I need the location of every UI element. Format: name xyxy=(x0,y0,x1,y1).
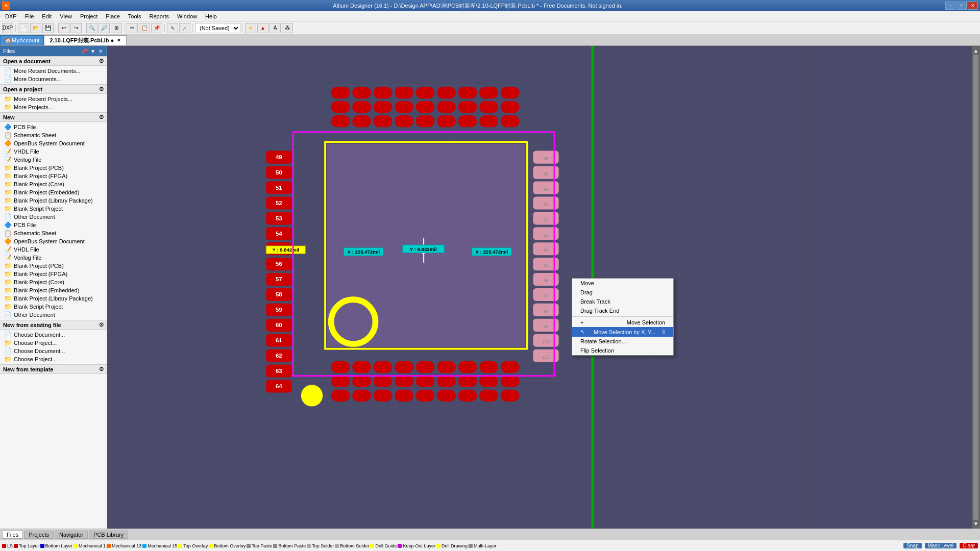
toolbar-dxp[interactable]: DXP xyxy=(2,23,13,33)
new-proj-embedded[interactable]: 📁 Blank Project (Embedded) xyxy=(0,188,107,196)
menu-edit[interactable]: Edit xyxy=(38,12,56,20)
new-pcb[interactable]: 🔷 PCB File xyxy=(0,123,107,131)
minimize-button[interactable]: − xyxy=(945,2,955,10)
new-vhdl-2[interactable]: 📝 VHDL File xyxy=(0,245,107,254)
new-blank-script-2[interactable]: 📁 Blank Script Project xyxy=(0,303,107,311)
new-openbus-2[interactable]: 🔶 OpenBus System Document xyxy=(0,237,107,245)
choose-doc-2[interactable]: 📄 Choose Document... xyxy=(0,347,107,355)
color-btn[interactable]: ● xyxy=(245,23,256,33)
redo-btn[interactable]: ↪ xyxy=(70,23,82,33)
new-btn[interactable]: 📄 xyxy=(18,23,29,33)
menu-window[interactable]: Window xyxy=(173,12,201,20)
ctx-rotate-selection[interactable]: Rotate Selection... xyxy=(572,337,673,346)
clear-btn[interactable]: Clear xyxy=(960,543,978,548)
pcb-canvas-area[interactable]: 49 50 51 52 53 54 55 xyxy=(107,46,972,529)
choose-doc-1[interactable]: 📄 Choose Document... xyxy=(0,331,107,339)
more-recent-docs[interactable]: 📄 More Recent Documents... xyxy=(0,67,107,75)
layer-bottom-solder[interactable]: Bottom Solder xyxy=(335,543,369,548)
layer-multi[interactable]: Multi-Layer xyxy=(469,543,497,548)
menu-file[interactable]: File xyxy=(21,12,38,20)
tab-navigator[interactable]: Navigator xyxy=(55,531,88,539)
layer-dropdown[interactable]: (Not Saved) xyxy=(195,23,240,33)
ctx-break-track[interactable]: Break Track xyxy=(572,297,673,306)
track-btn[interactable]: ⟋ xyxy=(179,23,190,33)
new-proj-pcb[interactable]: 📁 Blank Project (PCB) xyxy=(0,164,107,172)
layer-mech13[interactable]: Mechanical 13 xyxy=(107,543,141,548)
menu-view[interactable]: View xyxy=(56,12,76,20)
scroll-up-btn[interactable]: ▲ xyxy=(973,48,978,54)
right-scrollbar[interactable]: ▲ ▼ xyxy=(972,46,980,529)
new-blank-script[interactable]: 📁 Blank Script Project xyxy=(0,205,107,213)
new-proj-core-2[interactable]: 📁 Blank Project (Core) xyxy=(0,278,107,286)
new-vhdl[interactable]: 📝 VHDL File xyxy=(0,147,107,156)
section-new[interactable]: New ⊙ xyxy=(0,112,107,122)
menu-tools[interactable]: Tools xyxy=(124,12,145,20)
zoom-fit-btn[interactable]: ⊞ xyxy=(111,23,122,33)
ctx-flip-selection[interactable]: Flip Selection xyxy=(572,346,673,355)
layer-top[interactable]: Top Layer xyxy=(14,543,39,548)
layer-mech15[interactable]: Mechanical 15 xyxy=(142,543,177,548)
new-schematic[interactable]: 📋 Schematic Sheet xyxy=(0,131,107,139)
fill-btn[interactable]: ▲ xyxy=(257,23,268,33)
panel-close-btn[interactable]: ✕ xyxy=(97,48,104,54)
section-open-project[interactable]: Open a project ⊙ xyxy=(0,84,107,94)
ctx-move[interactable]: Move xyxy=(572,279,673,288)
zoom-in-btn[interactable]: 🔍 xyxy=(86,23,97,33)
scroll-down-btn[interactable]: ▼ xyxy=(973,521,978,527)
layer-top-overlay[interactable]: Top Overlay xyxy=(178,543,208,548)
layer-ls[interactable]: LS xyxy=(2,543,13,548)
new-pcb-2[interactable]: 🔷 PCB File xyxy=(0,221,107,229)
paste-btn[interactable]: 📌 xyxy=(151,23,162,33)
restore-button[interactable]: □ xyxy=(957,2,967,10)
layer-top-paste[interactable]: Top Paste xyxy=(247,543,272,548)
undo-btn[interactable]: ↩ xyxy=(58,23,69,33)
menu-reports[interactable]: Reports xyxy=(145,12,173,20)
layer-bottom-paste[interactable]: Bottom Paste xyxy=(273,543,306,548)
layer-drill-drawing[interactable]: Drill Drawing xyxy=(436,543,468,548)
panel-pin-btn[interactable]: 📌 xyxy=(80,48,88,54)
layer-mech1[interactable]: Mechanical 1 xyxy=(74,543,106,548)
new-verilog-2[interactable]: 📝 Verilog File xyxy=(0,254,107,262)
ctx-drag-track-end[interactable]: Drag Track End xyxy=(572,306,673,315)
new-other-doc[interactable]: 📄 Other Document xyxy=(0,213,107,221)
menu-help[interactable]: Help xyxy=(201,12,221,20)
choose-proj-2[interactable]: 📁 Choose Project... xyxy=(0,355,107,363)
scroll-thumb[interactable] xyxy=(973,55,978,520)
ctx-move-selection[interactable]: + Move Selection xyxy=(572,318,673,327)
save-btn[interactable]: 💾 xyxy=(42,23,54,33)
new-proj-embedded-2[interactable]: 📁 Blank Project (Embedded) xyxy=(0,286,107,294)
mask-level-btn[interactable]: Mask Level xyxy=(925,543,957,548)
tab-projects[interactable]: Projects xyxy=(24,531,54,539)
tab-close-icon[interactable]: ✕ xyxy=(117,38,121,43)
string-btn[interactable]: A xyxy=(270,23,281,33)
tab-pcb-library[interactable]: PCB Library xyxy=(89,531,128,539)
ctx-drag[interactable]: Drag xyxy=(572,288,673,297)
more-docs[interactable]: 📄 More Documents... xyxy=(0,75,107,83)
tab-pcblib[interactable]: 2.10-LQFP封装.PcbLib ● ✕ xyxy=(44,35,127,45)
route2-btn[interactable]: ⁂ xyxy=(282,23,293,33)
layer-bottom-overlay[interactable]: Bottom Overlay xyxy=(209,543,246,548)
cut-btn[interactable]: ✂ xyxy=(127,23,138,33)
tab-home[interactable]: 🏠 MyAccount xyxy=(0,35,44,45)
new-openbus[interactable]: 🔶 OpenBus System Document xyxy=(0,139,107,147)
menu-project[interactable]: Project xyxy=(76,12,102,20)
copy-btn[interactable]: 📋 xyxy=(139,23,150,33)
layer-top-solder[interactable]: Top Solder xyxy=(307,543,334,548)
section-open-document[interactable]: Open a document ⊙ xyxy=(0,56,107,66)
zoom-out-btn[interactable]: 🔎 xyxy=(99,23,110,33)
layer-drill-guide[interactable]: Drill Guide xyxy=(370,543,397,548)
layer-keepout[interactable]: Keep-Out Layer xyxy=(398,543,435,548)
ctx-move-selection-xy[interactable]: ↖ Move Selection by X, Y... 6 xyxy=(572,327,673,337)
section-new-from-existing[interactable]: New from existing file ⊙ xyxy=(0,320,107,330)
new-proj-libpkg-2[interactable]: 📁 Blank Project (Library Package) xyxy=(0,294,107,303)
new-proj-libpkg[interactable]: 📁 Blank Project (Library Package) xyxy=(0,196,107,205)
section-new-from-template[interactable]: New from template ⊙ xyxy=(0,364,107,374)
new-proj-fpga-2[interactable]: 📁 Blank Project (FPGA) xyxy=(0,270,107,278)
menu-dxp[interactable]: DXP xyxy=(1,12,21,20)
layer-bottom[interactable]: Bottom Layer xyxy=(40,543,73,548)
new-schematic-2[interactable]: 📋 Schematic Sheet xyxy=(0,229,107,237)
tab-files[interactable]: Files xyxy=(2,531,23,539)
new-other-doc-2[interactable]: 📄 Other Document xyxy=(0,311,107,319)
menu-place[interactable]: Place xyxy=(102,12,124,20)
routing-btn[interactable]: ∿ xyxy=(167,23,178,33)
